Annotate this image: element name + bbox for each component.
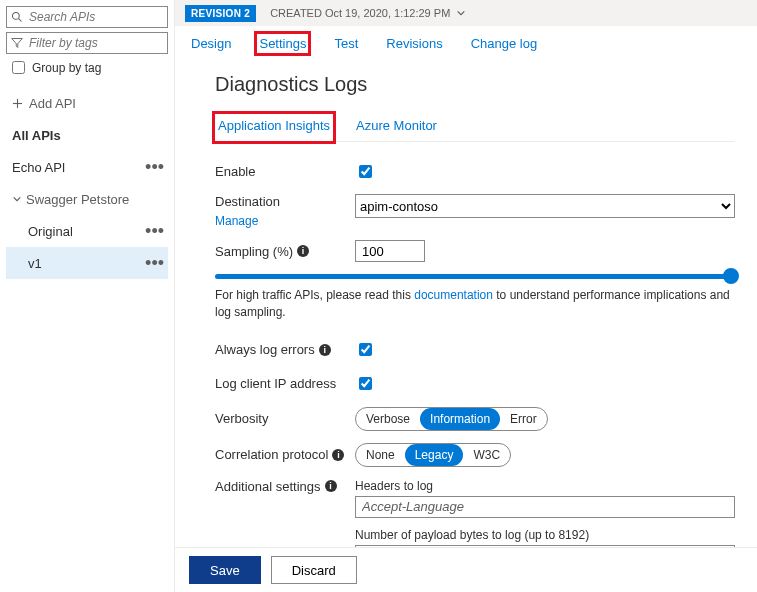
tab-revisions[interactable]: Revisions: [384, 34, 444, 53]
add-api[interactable]: Add API: [6, 87, 168, 119]
group-checkbox[interactable]: [12, 61, 25, 74]
correlation-label: Correlation protocol: [215, 447, 328, 462]
footer: Save Discard: [175, 547, 757, 592]
log-ip-label: Log client IP address: [215, 376, 355, 391]
filter-input[interactable]: [27, 35, 163, 51]
revision-created-text: CREATED Oct 19, 2020, 1:12:29 PM: [270, 7, 450, 19]
verbosity-error[interactable]: Error: [500, 408, 547, 430]
verbosity-information[interactable]: Information: [420, 408, 500, 430]
main-tabs: Design Settings Test Revisions Change lo…: [175, 26, 757, 59]
save-button[interactable]: Save: [189, 556, 261, 584]
verbosity-label: Verbosity: [215, 411, 355, 426]
destination-label: Destination: [215, 194, 280, 209]
chevron-down-icon: [12, 194, 22, 204]
api-v1-label: v1: [28, 256, 42, 271]
correlation-w3c[interactable]: W3C: [463, 444, 510, 466]
destination-select[interactable]: apim-contoso: [355, 194, 735, 218]
api-original-label: Original: [28, 224, 73, 239]
group-by-tag[interactable]: Group by tag: [8, 58, 168, 77]
tab-test[interactable]: Test: [332, 34, 360, 53]
info-icon[interactable]: i: [325, 480, 337, 492]
search-apis[interactable]: [6, 6, 168, 28]
sidebar: Group by tag Add API All APIs Echo API •…: [0, 0, 175, 592]
filter-icon: [11, 37, 23, 49]
search-icon: [11, 11, 23, 23]
revision-created[interactable]: CREATED Oct 19, 2020, 1:12:29 PM: [270, 7, 466, 19]
correlation-legacy[interactable]: Legacy: [405, 444, 464, 466]
enable-label: Enable: [215, 164, 355, 179]
more-icon[interactable]: •••: [145, 260, 164, 266]
api-original[interactable]: Original •••: [6, 215, 168, 247]
payload-label: Number of payload bytes to log (up to 81…: [355, 528, 735, 542]
svg-marker-2: [12, 39, 23, 48]
api-echo[interactable]: Echo API •••: [6, 151, 168, 183]
info-icon[interactable]: i: [297, 245, 309, 257]
enable-checkbox[interactable]: [359, 165, 372, 178]
tab-changelog[interactable]: Change log: [469, 34, 540, 53]
main: REVISION 2 CREATED Oct 19, 2020, 1:12:29…: [175, 0, 757, 592]
sampling-slider[interactable]: [215, 274, 735, 279]
sampling-hint: For high traffic APIs, please read this …: [215, 287, 735, 321]
sampling-input[interactable]: [355, 240, 425, 262]
correlation-none[interactable]: None: [356, 444, 405, 466]
info-icon[interactable]: i: [319, 344, 331, 356]
correlation-segment[interactable]: None Legacy W3C: [355, 443, 511, 467]
content: Diagnostics Logs Application Insights Az…: [175, 59, 757, 547]
tab-design[interactable]: Design: [189, 34, 233, 53]
group-label: Group by tag: [32, 61, 101, 75]
tab-settings[interactable]: Settings: [257, 34, 308, 53]
api-swagger-label: Swagger Petstore: [26, 192, 129, 207]
verbosity-segment[interactable]: Verbose Information Error: [355, 407, 548, 431]
additional-label: Additional settings: [215, 479, 321, 494]
info-icon[interactable]: i: [332, 449, 344, 461]
manage-link[interactable]: Manage: [215, 214, 258, 228]
sampling-label: Sampling (%): [215, 244, 293, 259]
add-api-label: Add API: [29, 96, 76, 111]
documentation-link[interactable]: documentation: [414, 288, 493, 302]
all-apis[interactable]: All APIs: [6, 119, 168, 151]
svg-line-1: [19, 19, 22, 22]
chevron-down-icon: [456, 8, 466, 18]
always-log-label: Always log errors: [215, 342, 315, 357]
all-apis-label: All APIs: [12, 128, 61, 143]
log-ip-checkbox[interactable]: [359, 377, 372, 390]
svg-point-0: [13, 13, 20, 20]
filter-tags[interactable]: [6, 32, 168, 54]
verbosity-verbose[interactable]: Verbose: [356, 408, 420, 430]
plus-icon: [12, 98, 23, 109]
subtab-application-insights[interactable]: Application Insights: [215, 114, 333, 141]
api-swagger[interactable]: Swagger Petstore: [6, 183, 168, 215]
search-input[interactable]: [27, 9, 163, 25]
slider-thumb[interactable]: [723, 268, 739, 284]
api-v1[interactable]: v1 •••: [6, 247, 168, 279]
headers-label: Headers to log: [355, 479, 735, 493]
revision-bar: REVISION 2 CREATED Oct 19, 2020, 1:12:29…: [175, 0, 757, 26]
more-icon[interactable]: •••: [145, 228, 164, 234]
always-log-checkbox[interactable]: [359, 343, 372, 356]
subtab-azure-monitor[interactable]: Azure Monitor: [353, 114, 440, 141]
api-echo-label: Echo API: [12, 160, 65, 175]
diagnostics-subtabs: Application Insights Azure Monitor: [215, 114, 735, 142]
discard-button[interactable]: Discard: [271, 556, 357, 584]
page-title: Diagnostics Logs: [215, 73, 735, 96]
revision-badge: REVISION 2: [185, 5, 256, 22]
headers-input[interactable]: [355, 496, 735, 518]
more-icon[interactable]: •••: [145, 164, 164, 170]
